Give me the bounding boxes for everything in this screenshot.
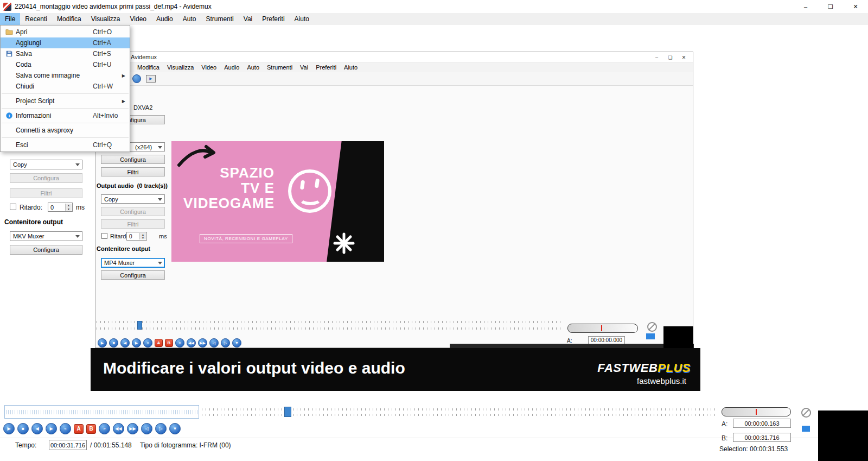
menu-visualizza[interactable]: Visualizza xyxy=(86,13,125,25)
timeline-selection[interactable] xyxy=(4,405,199,419)
caption-site: fastwebplus.it xyxy=(637,376,686,386)
timeline-handle[interactable] xyxy=(284,407,291,417)
recorded-marker-a-label: A: xyxy=(567,338,572,344)
menu-preferiti[interactable]: Preferiti xyxy=(257,13,289,25)
tempo-label: Tempo: xyxy=(15,441,36,449)
first-frame-button[interactable]: ◀◀ xyxy=(113,423,124,434)
recorded-decoder-label: DXVA2 xyxy=(133,104,152,111)
recorded-window-title: Avidemux xyxy=(131,54,157,60)
menu-strumenti[interactable]: Strumenti xyxy=(201,13,238,25)
menu-aiuto: Aiuto xyxy=(340,62,361,72)
menu-item-informazioni[interactable]: iInformazioniAlt+Invio xyxy=(1,110,130,121)
menu-separator xyxy=(2,93,129,94)
stepper-down-icon: ▼ xyxy=(139,236,146,239)
minimize-icon[interactable]: – xyxy=(793,0,818,13)
audio-configura-button: Configura xyxy=(10,173,82,183)
menu-item-salva-come-immagine[interactable]: Salva come immagine▶ xyxy=(1,70,130,81)
previous-keyframe-button[interactable]: « xyxy=(60,423,71,434)
marker-b-field[interactable]: 00:00:31.716 xyxy=(733,433,791,442)
menu-video: Video xyxy=(197,62,220,72)
maximize-icon[interactable]: ❏ xyxy=(818,0,843,13)
recorded-minimize-icon: – xyxy=(650,52,663,62)
close-icon[interactable]: ✕ xyxy=(843,0,868,13)
menu-vai: Vai xyxy=(296,62,312,72)
recorded-timeline-ticks xyxy=(97,327,563,330)
previous-frame-button[interactable]: ◀ xyxy=(31,423,43,434)
menu-item-chiudi[interactable]: ChiudiCtrl+W xyxy=(1,81,130,92)
save-icon xyxy=(3,50,16,58)
info-icon: i xyxy=(3,112,16,119)
slider-needle[interactable] xyxy=(756,409,757,415)
play-button: ▶ xyxy=(98,338,107,348)
stop-button[interactable]: ■ xyxy=(17,423,29,434)
recorded-muxer-select: MP4 Muxer xyxy=(101,258,165,268)
play-button[interactable]: ▶ xyxy=(3,423,15,434)
stop-button: ■ xyxy=(109,338,118,348)
next-frame-button: ▶ xyxy=(132,338,141,348)
marker-a-label: A: xyxy=(722,420,727,428)
recorded-avidemux-window: Avidemux – ❏ ✕ ModificaVisualizzaVideoAu… xyxy=(95,52,693,348)
menu-bar: FileRecentiModificaVisualizzaVideoAudioA… xyxy=(0,13,868,25)
menu-vai[interactable]: Vai xyxy=(239,13,257,25)
window-title: 220414_montaggio video avidemux primi pa… xyxy=(15,3,212,10)
submenu-arrow-icon: ▶ xyxy=(122,73,125,78)
volume-slider[interactable] xyxy=(722,407,791,416)
window-controls: – ❏ ✕ xyxy=(793,0,868,13)
ritardo-stepper[interactable]: 0 ▲▼ xyxy=(48,203,73,212)
file-menu: ApriCtrl+OAggiungiCtrl+ASalvaCtrl+SCodaC… xyxy=(0,25,130,152)
previous-frame-button: ◀ xyxy=(120,338,130,348)
previous-keyframe-button: « xyxy=(143,338,152,348)
next-frame-button[interactable]: ▶ xyxy=(46,423,57,434)
marker-a-button[interactable]: A xyxy=(74,424,84,434)
go-to-time-button[interactable]: ▼ xyxy=(169,423,181,434)
avidemux-app-icon xyxy=(3,3,11,11)
audio-codec-select[interactable]: Copy xyxy=(10,160,82,169)
menu-aiuto[interactable]: Aiuto xyxy=(290,13,314,25)
recorded-video-configura-button: Configura xyxy=(101,155,165,164)
menu-auto: Auto xyxy=(243,62,263,72)
film-icon: ▶ xyxy=(146,75,156,83)
menu-file[interactable]: File xyxy=(0,13,20,25)
menu-item-esci[interactable]: EsciCtrl+Q xyxy=(1,140,130,150)
next-cut-button[interactable]: ▷ xyxy=(155,423,167,434)
container-output-label: Contenitore output xyxy=(4,218,63,226)
marker-b-button[interactable]: B xyxy=(86,424,96,434)
last-frame-button[interactable]: ▶▶ xyxy=(127,423,138,434)
marker-a-button: A xyxy=(155,339,163,347)
menu-visualizza: Visualizza xyxy=(163,62,197,72)
recorded-video-filtri-button: Filtri xyxy=(101,167,165,176)
menu-separator xyxy=(2,137,129,138)
menu-item-aggiungi[interactable]: AggiungiCtrl+A xyxy=(1,37,130,48)
container-configura-button[interactable]: Configura xyxy=(10,245,82,255)
muxer-select[interactable]: MKV Muxer xyxy=(10,231,82,241)
menu-auto[interactable]: Auto xyxy=(178,13,201,25)
mute-icon[interactable] xyxy=(801,408,811,418)
menu-preferiti: Preferiti xyxy=(312,62,340,72)
marker-a-field[interactable]: 00:00:00.163 xyxy=(733,419,791,428)
menu-item-apri[interactable]: ApriCtrl+O xyxy=(1,27,130,37)
next-keyframe-button[interactable]: » xyxy=(99,423,110,434)
menu-item-coda[interactable]: CodaCtrl+U xyxy=(1,59,130,70)
recorded-container-output-label: Contenitore output xyxy=(97,245,150,252)
recorded-toolbar: ▶ xyxy=(95,72,693,86)
caption-banner: Modificare i valori output video e audio… xyxy=(91,348,700,391)
menu-recenti[interactable]: Recenti xyxy=(20,13,52,25)
next-keyframe-button: » xyxy=(175,338,184,348)
recorded-audio-filtri-button: Filtri xyxy=(101,219,165,229)
menu-video[interactable]: Video xyxy=(125,13,151,25)
fastwebplus-logo: FASTWEBPLUS xyxy=(597,361,691,375)
next-cut-button: ▷ xyxy=(221,338,230,348)
menu-modifica[interactable]: Modifica xyxy=(52,13,86,25)
menu-item-salva[interactable]: SalvaCtrl+S xyxy=(1,48,130,59)
tempo-field[interactable]: 00:00:31.716 xyxy=(49,440,87,450)
menu-audio[interactable]: Audio xyxy=(151,13,178,25)
transport-bar: ▶■◀▶«AB»◀◀▶▶◁▷▼ xyxy=(3,423,181,434)
submenu-arrow-icon: ▶ xyxy=(122,99,125,104)
ritardo-checkbox[interactable] xyxy=(10,204,16,210)
menu-item-project-script[interactable]: Project Script▶ xyxy=(1,96,130,106)
blue-indicator xyxy=(802,426,810,432)
previous-cut-button[interactable]: ◁ xyxy=(141,423,152,434)
menu-item-connetti-a-avsproxy[interactable]: Connetti a avsproxy xyxy=(1,125,130,136)
svg-text:i: i xyxy=(9,113,10,118)
recorded-audio-configura-button: Configura xyxy=(101,207,165,216)
